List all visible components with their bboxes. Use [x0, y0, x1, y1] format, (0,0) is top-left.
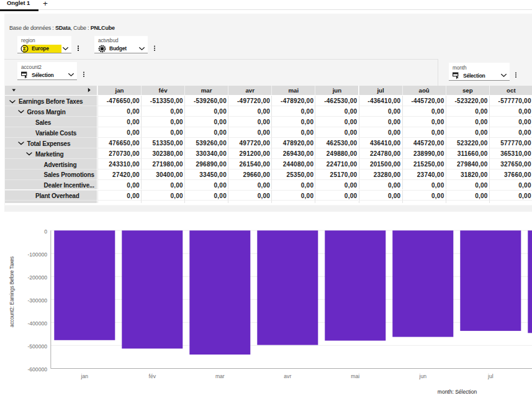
svg-text:avr: avr: [284, 373, 291, 379]
svg-text:-500000: -500000: [27, 343, 47, 350]
svg-text:-300000: -300000: [27, 297, 47, 304]
svg-text:jun: jun: [419, 373, 427, 379]
svg-text:-200000: -200000: [27, 274, 47, 281]
svg-text:mai: mai: [351, 373, 359, 379]
svg-text:mar: mar: [215, 373, 225, 379]
svg-text:Σ: Σ: [23, 46, 26, 52]
svg-text:fév: fév: [149, 373, 156, 379]
svg-text:jan: jan: [81, 373, 89, 379]
svg-text:jul: jul: [487, 373, 494, 379]
svg-text:0: 0: [44, 228, 47, 235]
svg-text:-600000: -600000: [27, 366, 47, 373]
svg-text:-400000: -400000: [27, 320, 47, 327]
svg-text:month: Sélection: month: Sélection: [438, 389, 477, 395]
svg-text:-100000: -100000: [27, 251, 47, 258]
svg-text:account2: Earnings Before Taxe: account2: Earnings Before Taxes: [9, 256, 15, 327]
